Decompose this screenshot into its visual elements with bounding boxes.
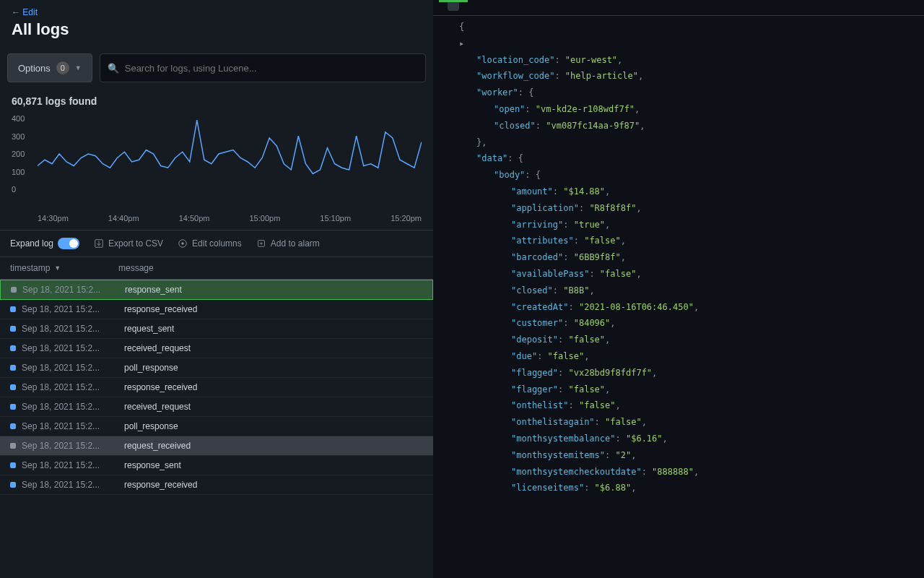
table-row[interactable]: Sep 18, 2021 15:2...received_request (0, 397, 433, 417)
options-label: Options (18, 63, 51, 74)
expand-log-label: Expand log (10, 238, 53, 249)
row-status-dot (10, 365, 16, 371)
row-timestamp: Sep 18, 2021 15:2... (22, 460, 124, 470)
col-header-message[interactable]: message (118, 263, 423, 273)
row-status-dot (10, 384, 16, 390)
row-timestamp: Sep 18, 2021 15:2... (22, 285, 125, 295)
row-message: response_received (124, 304, 423, 314)
row-timestamp: Sep 18, 2021 15:2... (22, 402, 124, 412)
sort-icon: ▼ (54, 264, 61, 272)
json-line: "createdAt": "2021-08-16T06:46.450", (459, 299, 924, 316)
json-line: "due": "false", (459, 348, 924, 365)
json-line: "deposit": "false", (459, 332, 924, 348)
json-line: "body": { (459, 167, 924, 184)
json-line: "flagged": "vx28bd9f8fdf7f", (459, 365, 924, 381)
row-status-dot (10, 326, 16, 332)
chart-title: 60,871 logs found (12, 95, 422, 107)
json-line: { (459, 19, 924, 35)
row-status-dot (10, 482, 16, 488)
table-row[interactable]: Sep 18, 2021 15:2...response_received (0, 475, 433, 495)
search-row: Options 0 ▼ 🔍 (0, 53, 433, 82)
json-line: "arriving": "true", (459, 217, 924, 233)
export-icon (94, 238, 104, 249)
json-line: "flagger": "false", (459, 381, 924, 398)
table-row[interactable]: Sep 18, 2021 15:2...received_request (0, 339, 433, 358)
table-toolbar: Expand log Export to CSV Edit columns Ad… (0, 230, 433, 257)
row-status-dot (10, 423, 16, 429)
row-message: poll_response (124, 363, 423, 373)
json-line: "monthsystemitems": "2", (459, 447, 924, 464)
table-row[interactable]: Sep 18, 2021 15:2...response_sent (0, 280, 433, 300)
row-message: request_received (124, 441, 423, 451)
table-row[interactable]: Sep 18, 2021 15:2...request_sent (0, 319, 433, 339)
row-timestamp: Sep 18, 2021 15:2... (22, 343, 124, 353)
json-line: "data": { (459, 150, 924, 167)
json-line: "attributes": "false", (459, 233, 924, 249)
svg-point-2 (181, 242, 184, 245)
logs-chart: 4003002001000 14:30pm14:40pm14:50pm15:00… (12, 114, 422, 223)
toggle-switch[interactable] (58, 238, 79, 249)
row-message: received_request (124, 402, 423, 412)
export-csv-button[interactable]: Export to CSV (94, 238, 163, 249)
json-line: "monthsystembalance": "$6.16", (459, 431, 924, 447)
json-line: "application": "R8f8f8f", (459, 200, 924, 217)
table-row[interactable]: Sep 18, 2021 15:2...response_received (0, 378, 433, 397)
chart-x-axis: 14:30pm14:40pm14:50pm15:00pm15:10pm15:20… (38, 214, 422, 223)
row-timestamp: Sep 18, 2021 15:2... (22, 363, 124, 373)
col-header-timestamp[interactable]: timestamp ▼ (10, 263, 118, 273)
row-message: poll_response (124, 421, 423, 431)
json-line: "customer": "84096", (459, 315, 924, 332)
options-count-badge: 0 (56, 61, 69, 74)
json-line: }, (459, 134, 924, 151)
table-row[interactable]: Sep 18, 2021 15:2...poll_response (0, 358, 433, 378)
row-message: response_sent (125, 285, 422, 295)
row-message: response_received (124, 480, 423, 490)
json-line: "barcoded": "6BB9f8f", (459, 249, 924, 266)
json-line: ▸ (459, 35, 924, 52)
row-status-dot (11, 287, 17, 293)
search-icon: 🔍 (108, 63, 119, 74)
table-row[interactable]: Sep 18, 2021 15:2...request_received (0, 436, 433, 456)
chevron-down-icon: ▼ (75, 64, 82, 72)
row-message: response_received (124, 382, 423, 392)
page-title: All logs (12, 20, 422, 39)
search-field[interactable]: 🔍 (100, 53, 426, 82)
json-line: "availablePass": "false", (459, 266, 924, 282)
options-button[interactable]: Options 0 ▼ (7, 53, 92, 82)
row-timestamp: Sep 18, 2021 15:2... (22, 441, 124, 451)
json-body: {▸"location_code": "eur-west","workflow_… (433, 16, 924, 496)
table-row[interactable]: Sep 18, 2021 15:2...response_sent (0, 456, 433, 475)
chart-section: 60,871 logs found 4003002001000 14:30pm1… (0, 82, 433, 230)
row-timestamp: Sep 18, 2021 15:2... (22, 480, 124, 490)
add-alarm-button[interactable]: Add to alarm (256, 238, 320, 249)
row-status-dot (10, 404, 16, 410)
left-panel: ← Edit All logs Options 0 ▼ 🔍 60,871 log… (0, 0, 433, 578)
json-line: "worker": { (459, 85, 924, 101)
json-line: "workflow_code": "help-article", (459, 68, 924, 85)
json-line: "closed": "vm087fc14aa-9f87", (459, 118, 924, 134)
json-detail-panel: {▸"location_code": "eur-west","workflow_… (433, 0, 924, 578)
alarm-icon (256, 238, 266, 249)
row-status-dot (10, 462, 16, 468)
search-input[interactable] (125, 56, 418, 81)
row-timestamp: Sep 18, 2021 15:2... (22, 421, 124, 431)
columns-icon (178, 238, 188, 249)
json-line: "closed": "B8B", (459, 282, 924, 299)
json-line: "monthsystemcheckoutdate": "888888", (459, 464, 924, 480)
row-status-dot (10, 306, 16, 312)
chart-y-axis: 4003002001000 (12, 114, 25, 194)
json-line: "onthelist": "false", (459, 397, 924, 414)
json-line: "licenseitems": "$6.88", (459, 480, 924, 496)
table-row[interactable]: Sep 18, 2021 15:2...poll_response (0, 417, 433, 436)
row-message: received_request (124, 343, 423, 353)
active-tab-indicator (439, 0, 468, 2)
json-line: "amount": "$14.88", (459, 184, 924, 200)
json-line: "location_code": "eur-west", (459, 52, 924, 69)
row-status-dot (10, 443, 16, 449)
back-link[interactable]: ← Edit (12, 7, 422, 17)
table-row[interactable]: Sep 18, 2021 15:2...response_received (0, 300, 433, 319)
expand-log-toggle[interactable]: Expand log (10, 238, 79, 249)
json-toolbar (433, 0, 924, 16)
edit-columns-button[interactable]: Edit columns (178, 238, 242, 249)
row-timestamp: Sep 18, 2021 15:2... (22, 304, 124, 314)
